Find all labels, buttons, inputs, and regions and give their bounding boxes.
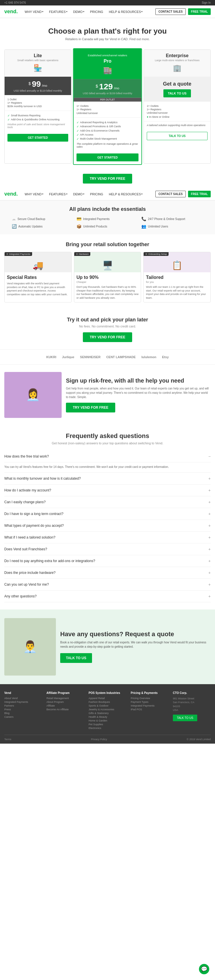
payment-icon: 💳 <box>76 216 81 221</box>
quote-talk-button[interactable]: TALK TO US <box>60 653 92 663</box>
free-trial-button-2[interactable]: FREE TRIAL <box>188 191 211 197</box>
footer-link-about-program[interactable]: About Program <box>46 700 84 703</box>
nav-pricing[interactable]: PRICING <box>89 10 104 13</box>
lite-details: 1 Outlet 1+ Registers $20k monthly turno… <box>5 95 71 111</box>
footer-link-blog[interactable]: Blog <box>4 712 42 714</box>
footer-link-retail[interactable]: Retail Management <box>46 697 84 700</box>
footer-link-health[interactable]: Health & Beauty <box>89 716 126 718</box>
footer-terms[interactable]: Terms <box>4 738 11 741</box>
footer-link-home[interactable]: Home & Garden <box>89 719 126 722</box>
footer-link-ipad-pos[interactable]: iPad POS <box>131 708 169 711</box>
try-pick-plan-button[interactable]: TRY VEND FOR FREE <box>83 332 132 342</box>
enterprise-get-quote-button[interactable]: TALK TO US <box>147 132 207 140</box>
nav-demo[interactable]: DEMO ▾ <box>72 10 85 13</box>
contact-sales-button[interactable]: CONTACT SALES <box>155 8 186 15</box>
footer-link-apparel[interactable]: Apparel Retail <box>89 697 126 700</box>
footer-link-affiliate[interactable]: Affiliate <box>46 704 84 707</box>
signup-content: Sign up risk-free, with all the help you… <box>66 377 211 412</box>
signup-desc: Get help from real people, when and how … <box>66 386 211 399</box>
hardware-title: Up to 90% <box>76 275 139 280</box>
lite-desc: Intuitive point of sale and basic store … <box>8 123 68 129</box>
faq-item-9[interactable]: Does the price include hardware? + <box>4 567 211 579</box>
vend-logo[interactable]: vend. <box>4 9 18 15</box>
footer-link-partners[interactable]: Partners <box>4 704 42 707</box>
nav2-help[interactable]: HELP & RESOURCES▾ <box>108 192 144 196</box>
enterprise-footer: TALK TO US <box>144 129 210 143</box>
footer-col-address: CTO Corp. 981 Mission StreetSan Francisc… <box>173 691 211 730</box>
faq-item-1[interactable]: What is monthly turnover and how is it c… <box>4 473 211 485</box>
footer-privacy[interactable]: Privacy Policy <box>91 738 107 741</box>
faq-item-7[interactable]: Does Vend suit Franchises? + <box>4 543 211 555</box>
chevron-down-icon: ▾ <box>83 193 84 195</box>
essentials-title: All plans include the essentials <box>4 206 211 212</box>
nav2-pricing[interactable]: PRICING <box>89 192 104 196</box>
signin-link[interactable]: Sign In <box>202 1 211 4</box>
payments-badge: ⊙ Integrated Payments <box>5 252 32 256</box>
nav-why-vend[interactable]: WHY VEND ▾ <box>24 10 44 13</box>
faq-item-8[interactable]: Do I need to pay anything extra for add-… <box>4 555 211 567</box>
footer-link-careers[interactable]: Careers <box>4 716 42 718</box>
vend-logo-2[interactable]: vend. <box>4 191 18 197</box>
signup-cta-button[interactable]: TRY VEND FOR FREE <box>66 402 115 412</box>
footer-link-about[interactable]: About Vend <box>4 697 42 700</box>
footer-link-pricing[interactable]: Pricing Overview <box>131 697 169 700</box>
chevron-down-icon: ▾ <box>42 193 43 195</box>
enterprise-talk-button[interactable]: TALK TO US <box>163 89 191 97</box>
footer-link-electronics[interactable]: Electronics <box>89 727 126 730</box>
hardware-sub: Cheaper <box>76 281 139 283</box>
faq-item-10[interactable]: Can you set up Vend for me? + <box>4 579 211 590</box>
hero-title: Choose a plan that's right for you <box>6 27 209 36</box>
retail-payments-body: Special Rates Vend integrates with the w… <box>5 272 71 299</box>
essentials-item-payments: 💳 Integrated Payments <box>76 216 139 221</box>
enterprise-features: A tailored solution supporting multi-sto… <box>144 121 210 129</box>
footer-link-payments[interactable]: Integrated Payments <box>4 700 42 703</box>
footer-col-industries: POS System Industries Apparel Retail Fas… <box>89 691 126 730</box>
try-title: Try it out and pick your plan later <box>4 317 211 323</box>
per-outlet-label: PER OUTLET <box>74 98 142 102</box>
chevron-down-icon: + <box>209 512 211 516</box>
footer-link-jewelry[interactable]: Jewelry & Accessories <box>89 708 126 711</box>
footer-bottom: Terms Privacy Policy © 2019 Vend Limited <box>4 735 211 741</box>
nav-help[interactable]: HELP & RESOURCES ▾ <box>108 10 144 13</box>
footer-talk-button[interactable]: TALK TO US <box>173 714 197 721</box>
lite-get-started-button[interactable]: GET STARTED <box>8 134 68 142</box>
footer-link-pet[interactable]: Pet Supplies <box>89 723 126 726</box>
essentials-section: All plans include the essentials ☁ Secur… <box>0 200 215 234</box>
chevron-down-icon: ▾ <box>83 10 84 13</box>
try-vend-free-button[interactable]: TRY VEND FOR FREE <box>83 174 132 183</box>
footer-link-become-affiliate[interactable]: Become An Affiliate <box>46 708 84 711</box>
pro-price: $ 129 /mo <box>76 82 139 91</box>
chevron-down-icon: + <box>209 500 211 504</box>
faq-item-2[interactable]: How do I activate my account? + <box>4 485 211 496</box>
faq-item-4[interactable]: Do I have to sign a long term contract? … <box>4 508 211 520</box>
retail-cards: ⊙ Integrated Payments 🚚 Special Rates Ve… <box>4 252 211 302</box>
faq-item-6[interactable]: What if I need a tailored solution? + <box>4 531 211 543</box>
faq-item-11[interactable]: Any other questions? + <box>4 590 211 602</box>
faq-item-3[interactable]: Can I easily change plans? + <box>4 496 211 508</box>
footer-link-gifts[interactable]: Gifts & Stationery <box>89 712 126 714</box>
footer-link-press[interactable]: Press <box>4 708 42 711</box>
footer-link-payment-types[interactable]: Payment Types <box>131 700 169 703</box>
cloud-icon: ☁ <box>12 216 16 221</box>
nav2-features[interactable]: FEATURES▾ <box>48 192 68 196</box>
nav2-why-vend[interactable]: WHY VEND▾ <box>24 192 44 196</box>
hardware-badge: ⊙ Hardware <box>74 252 90 256</box>
retail-card-payments: ⊙ Integrated Payments 🚚 Special Rates Ve… <box>4 252 72 302</box>
faq-item-0[interactable]: How does the free trial work? − <box>4 451 211 463</box>
footer-link-sports[interactable]: Sports & Outdoor <box>89 704 126 707</box>
contact-sales-button-2[interactable]: CONTACT SALES <box>155 191 186 197</box>
payments-title: Special Rates <box>7 275 69 280</box>
footer-link-fashion[interactable]: Fashion Boutiques <box>89 700 126 703</box>
nav-features[interactable]: FEATURES ▾ <box>48 10 68 13</box>
footer-link-integrated-payments[interactable]: Integrated Payments <box>131 704 169 707</box>
pro-card-header: Established omnichannel retailers Pro 🏬 <box>74 49 142 79</box>
pro-get-started-button[interactable]: GET STARTED <box>76 153 139 161</box>
essentials-item-products: 📦 Unlimited Products <box>76 224 139 229</box>
faq-item-5[interactable]: What types of payment do you accept? + <box>4 520 211 531</box>
nav2-demo[interactable]: DEMO▾ <box>72 192 85 196</box>
lite-plan-name: Lite <box>8 53 68 58</box>
logo-jurlique: Jurlique <box>62 355 74 359</box>
enterprise-details: 1+ Outlets 1+ Registers Unlimited turnov… <box>144 102 210 121</box>
phone-number[interactable]: +1 646 974 5476 <box>4 1 26 4</box>
free-trial-button[interactable]: FREE TRIAL <box>188 8 211 15</box>
